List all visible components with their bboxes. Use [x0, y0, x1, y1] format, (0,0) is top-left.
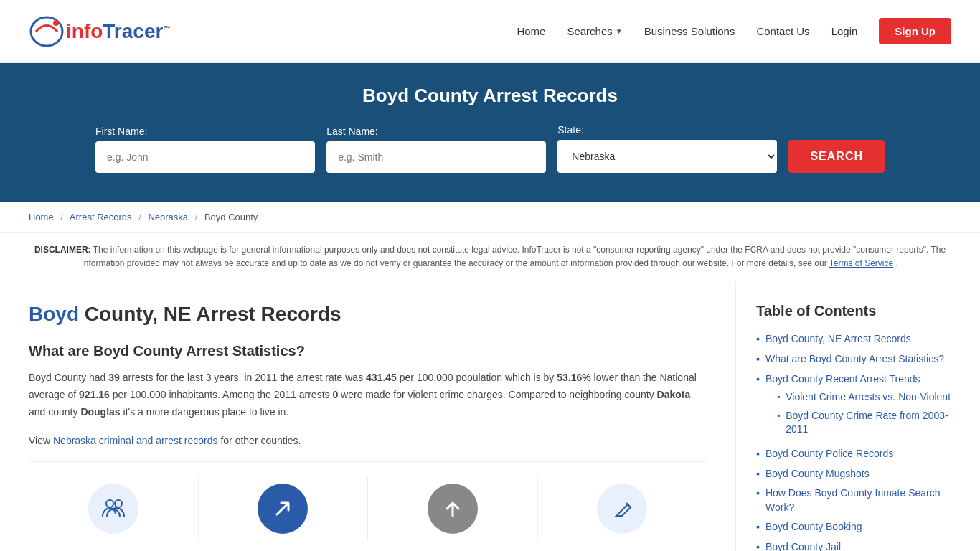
toc-item-1: Boyd County, NE Arrest Records [756, 332, 960, 347]
icon-box-pencil [538, 476, 707, 541]
article-p2-link[interactable]: Nebraska criminal and arrest records [53, 435, 218, 446]
state-label: State: [557, 124, 584, 136]
last-name-group: Last Name: [326, 126, 546, 173]
article-section1-heading: What are Boyd County Arrest Statistics? [29, 343, 707, 359]
up-arrow-icon [428, 484, 478, 534]
toc-sub-link-3-1[interactable]: Violent Crime Arrests vs. Non-Violent [786, 390, 951, 405]
icons-row [29, 461, 707, 541]
toc-item-8: Boyd County Jail [756, 540, 960, 551]
sidebar: Table of Contents Boyd County, NE Arrest… [736, 281, 980, 551]
toc-link-7[interactable]: Boyd County Booking [765, 520, 862, 534]
breadcrumb-sep-2: / [138, 212, 141, 222]
svg-point-2 [106, 500, 113, 507]
breadcrumb-sep-3: / [195, 212, 198, 222]
disclaimer-label: DISCLAIMER: [34, 245, 91, 255]
icon-box-arrow [199, 476, 369, 541]
nav-searches[interactable]: Searches ▼ [567, 25, 622, 37]
first-name-group: First Name: [95, 126, 315, 173]
first-name-label: First Name: [95, 126, 147, 137]
article-p1-end: it's a more dangerous place to live in. [121, 406, 289, 418]
article-p1-mid1: arrests for the last 3 years, in 2011 th… [120, 372, 366, 383]
breadcrumb-boyd-county: Boyd County [204, 212, 258, 222]
state-select[interactable]: Nebraska Alabama Alaska Arizona Arkansas… [557, 140, 777, 173]
article-heading-rest: County, NE Arrest Records [79, 303, 341, 325]
pencil-icon [597, 484, 647, 534]
svg-point-3 [115, 500, 122, 507]
article-p1-num3: 53.16% [557, 372, 590, 383]
article-p1-mid4: per 100.000 inhabitants. Among the 2011 … [110, 389, 333, 400]
hero-section: Boyd County Arrest Records First Name: L… [0, 63, 980, 202]
main-article: Boyd County, NE Arrest Records What are … [0, 281, 736, 551]
toc-title: Table of Contents [756, 303, 960, 319]
breadcrumb-sep-1: / [60, 212, 63, 222]
svg-point-1 [53, 20, 59, 26]
header: infoTracer™ Home Searches ▼ Business Sol… [0, 0, 980, 63]
breadcrumb-arrest-records[interactable]: Arrest Records [70, 212, 132, 222]
nav-home[interactable]: Home [517, 25, 545, 37]
nav-contact-us[interactable]: Contact Us [756, 25, 809, 37]
toc-sub-link-3-2[interactable]: Boyd County Crime Rate from 2003-2011 [786, 409, 960, 437]
logo-text: infoTracer™ [66, 20, 170, 43]
article-p1-num1: 39 [108, 372, 120, 383]
article-p1-county1: Dakota [657, 389, 691, 400]
chevron-down-icon: ▼ [616, 27, 623, 35]
toc-sub-list-3: Violent Crime Arrests vs. Non-Violent Bo… [765, 390, 960, 437]
nav-business-solutions[interactable]: Business Solutions [644, 25, 735, 37]
hero-title: Boyd County Arrest Records [29, 85, 951, 107]
breadcrumb: Home / Arrest Records / Nebraska / Boyd … [0, 202, 980, 233]
search-button[interactable]: SEARCH [788, 140, 885, 173]
toc-link-6[interactable]: How Does Boyd County Inmate Search Work? [765, 486, 960, 514]
toc-link-2[interactable]: What are Boyd County Arrest Statistics? [765, 352, 944, 367]
toc-item-5: Boyd County Mugshots [756, 467, 960, 481]
article-p1-mid5: were made for violent crime charges. Com… [338, 389, 656, 400]
article-section1-p2: View Nebraska criminal and arrest record… [29, 433, 707, 450]
article-p1-num4: 921.16 [79, 389, 110, 400]
disclaimer-section: DISCLAIMER: The information on this webp… [0, 233, 980, 281]
breadcrumb-nebraska[interactable]: Nebraska [148, 212, 188, 222]
icon-box-people [29, 476, 199, 541]
icon-box-gray [368, 476, 538, 541]
logo: infoTracer™ [29, 16, 170, 47]
search-form: First Name: Last Name: State: Nebraska A… [95, 124, 885, 173]
signup-button[interactable]: Sign Up [879, 18, 951, 44]
toc-link-1[interactable]: Boyd County, NE Arrest Records [765, 332, 911, 347]
toc-item-4: Boyd County Police Records [756, 447, 960, 461]
state-group: State: Nebraska Alabama Alaska Arizona A… [557, 124, 777, 173]
article-heading: Boyd County, NE Arrest Records [29, 303, 707, 326]
arrow-icon [258, 484, 308, 534]
first-name-input[interactable] [95, 141, 315, 173]
content-area: Boyd County, NE Arrest Records What are … [0, 281, 980, 551]
login-button[interactable]: Login [831, 25, 858, 37]
article-p1-before: Boyd County had [29, 372, 108, 383]
disclaimer-suffix: . [896, 258, 898, 268]
toc-item-2: What are Boyd County Arrest Statistics? [756, 352, 960, 367]
disclaimer-text: The information on this webpage is for g… [82, 245, 946, 268]
toc-sub-item-3-1: Violent Crime Arrests vs. Non-Violent [777, 390, 960, 405]
article-heading-highlight: Boyd [29, 303, 79, 325]
toc-item-3: Boyd County Recent Arrest Trends Violent… [756, 372, 960, 441]
toc-link-4[interactable]: Boyd County Police Records [765, 447, 893, 461]
article-p2-before: View [29, 435, 53, 446]
toc-list: Boyd County, NE Arrest Records What are … [756, 332, 960, 551]
toc-link-8[interactable]: Boyd County Jail [765, 540, 841, 551]
toc-link-5[interactable]: Boyd County Mugshots [765, 467, 870, 481]
toc-item-7: Boyd County Booking [756, 520, 960, 534]
last-name-label: Last Name: [326, 126, 378, 137]
toc-sub-item-3-2: Boyd County Crime Rate from 2003-2011 [777, 409, 960, 437]
article-p1-mid2: per 100.000 population which is by [397, 372, 557, 383]
main-nav: Home Searches ▼ Business Solutions Conta… [517, 18, 951, 44]
article-p1-num2: 431.45 [366, 372, 397, 383]
logo-icon [29, 16, 65, 47]
article-section1-p1: Boyd County had 39 arrests for the last … [29, 369, 707, 420]
disclaimer-tos-link[interactable]: Terms of Service [829, 258, 893, 268]
last-name-input[interactable] [326, 141, 546, 173]
toc-item-6: How Does Boyd County Inmate Search Work? [756, 486, 960, 514]
toc-link-3[interactable]: Boyd County Recent Arrest Trends [765, 373, 920, 385]
article-p1-county2: Douglas [80, 406, 120, 418]
people-icon [88, 484, 138, 534]
article-p2-after: for other counties. [218, 435, 301, 446]
article-p1-mid6: and county [29, 406, 80, 418]
breadcrumb-home[interactable]: Home [29, 212, 54, 222]
